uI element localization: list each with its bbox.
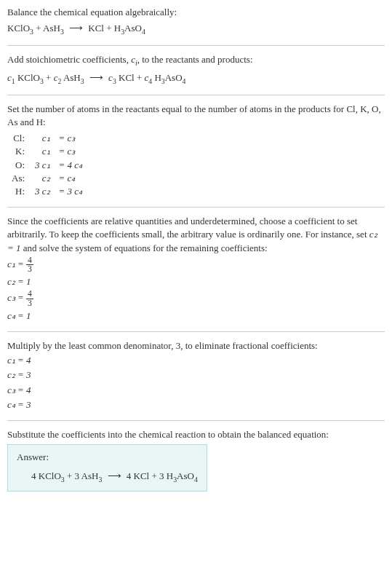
denominator: 3 xyxy=(26,265,33,274)
element-label: K: xyxy=(7,145,31,158)
c4-value: c₄ = 1 xyxy=(7,309,385,323)
reactant-2: + AsH xyxy=(33,23,60,33)
lhs: c₁ xyxy=(31,132,55,145)
denominator: 3 xyxy=(26,299,33,308)
r1: KClO xyxy=(15,72,40,83)
step1-text: Add stoichiometric coefficients, ci, to … xyxy=(7,53,385,68)
step5-text: Substitute the coefficients into the che… xyxy=(7,428,385,441)
step2-section: Set the number of atoms in the reactants… xyxy=(7,103,385,198)
step5-section: Substitute the coefficients into the che… xyxy=(7,428,385,492)
divider xyxy=(7,95,385,95)
ans-p2-sub: 4 xyxy=(194,476,198,484)
p3-sub: 4 xyxy=(183,76,186,84)
p3: AsO xyxy=(165,72,183,83)
lhs: 3 c₁ xyxy=(31,159,55,172)
rhs: = c₃ xyxy=(55,132,87,145)
divider xyxy=(7,45,385,46)
product-2: AsO xyxy=(124,23,142,33)
c2-value: c₂ = 1 xyxy=(7,275,385,288)
step3-text-b: and solve the system of equations for th… xyxy=(21,242,268,253)
element-label: Cl: xyxy=(7,132,31,145)
c2-final: c₂ = 3 xyxy=(7,368,385,382)
ans-r1: 4 KClO xyxy=(31,470,61,481)
product-2-sub: 4 xyxy=(142,28,145,36)
rhs: = c₄ xyxy=(55,172,87,185)
step1-text-b: , to the reactants and products: xyxy=(137,54,253,65)
fraction: 43 xyxy=(26,290,33,307)
rhs: = 4 c₄ xyxy=(55,159,87,172)
r2: AsH xyxy=(61,72,80,83)
answer-box: Answer: 4 KClO3 + 3 AsH3 ⟶ 4 KCl + 3 H3A… xyxy=(7,444,207,491)
element-label: O: xyxy=(7,159,31,172)
ans-r2: + 3 AsH xyxy=(65,470,99,481)
c4-final: c₄ = 3 xyxy=(7,398,385,411)
p1: KCl + xyxy=(116,72,145,83)
element-label: H: xyxy=(7,185,31,198)
step3-section: Since the coefficients are relative quan… xyxy=(7,215,385,323)
unbalanced-equation: KClO3 + AsH3 ⟶ KCl + H3AsO4 xyxy=(7,22,385,36)
table-row: As:c₂= c₄ xyxy=(7,172,87,185)
table-row: O:3 c₁= 4 c₄ xyxy=(7,159,87,172)
step2-text: Set the number of atoms in the reactants… xyxy=(7,103,385,129)
lhs: c₁ xyxy=(31,145,55,158)
c3-value: c₃ = 43 xyxy=(7,290,385,307)
ans-p1: 4 KCl + 3 H xyxy=(127,470,173,481)
ans-p2: AsO xyxy=(177,470,194,481)
lhs: 3 c₂ xyxy=(31,185,55,198)
rhs: = c₃ xyxy=(55,145,87,158)
arrow-icon: ⟶ xyxy=(105,470,124,481)
table-row: K:c₁= c₃ xyxy=(7,145,87,158)
rhs: = 3 c₄ xyxy=(55,185,87,198)
c3-label: c₃ = xyxy=(7,293,26,304)
reactant-2-sub: 3 xyxy=(60,28,64,36)
p2: H xyxy=(152,72,161,83)
intro-title: Balance the chemical equation algebraica… xyxy=(7,6,385,19)
step4-text: Multiply by the least common denominator… xyxy=(7,339,385,352)
divider xyxy=(7,331,385,332)
balanced-equation: 4 KClO3 + 3 AsH3 ⟶ 4 KCl + 3 H3AsO4 xyxy=(17,470,198,484)
step1-text-a: Add stoichiometric coefficients, xyxy=(7,54,131,65)
arrow-icon: ⟶ xyxy=(87,72,106,83)
step3-text-a: Since the coefficients are relative quan… xyxy=(7,216,369,240)
stoich-equation: c1 KClO3 + c2 AsH3 ⟶ c3 KCl + c4 H3AsO4 xyxy=(7,71,385,86)
element-label: As: xyxy=(7,172,31,185)
answer-label: Answer: xyxy=(17,451,198,464)
step4-section: Multiply by the least common denominator… xyxy=(7,339,385,411)
product-1: KCl + H xyxy=(88,23,121,33)
c1-value: c₁ = 43 xyxy=(7,256,385,274)
intro-section: Balance the chemical equation algebraica… xyxy=(7,6,385,36)
ans-r2-sub: 3 xyxy=(98,476,102,484)
step1-section: Add stoichiometric coefficients, ci, to … xyxy=(7,53,385,85)
r2-sub: 3 xyxy=(81,76,84,84)
c3-final: c₃ = 4 xyxy=(7,384,385,397)
reactant-1: KClO xyxy=(7,23,30,33)
c1-final: c₁ = 4 xyxy=(7,354,385,367)
table-row: Cl:c₁= c₃ xyxy=(7,132,87,145)
plus1: + xyxy=(44,72,54,83)
table-row: H:3 c₂= 3 c₄ xyxy=(7,185,87,198)
divider xyxy=(7,207,385,208)
c1-label: c₁ = xyxy=(7,259,26,269)
lhs: c₂ xyxy=(31,172,55,185)
fraction: 43 xyxy=(26,256,33,274)
arrow-icon: ⟶ xyxy=(66,23,86,33)
atom-balance-table: Cl:c₁= c₃ K:c₁= c₃ O:3 c₁= 4 c₄ As:c₂= c… xyxy=(7,132,87,198)
divider xyxy=(7,420,385,421)
step3-text: Since the coefficients are relative quan… xyxy=(7,215,385,255)
